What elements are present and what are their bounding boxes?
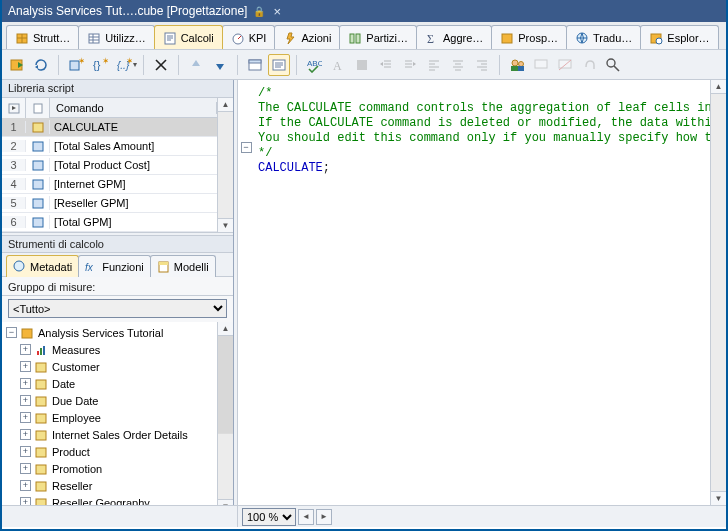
tab-azioni[interactable]: Azioni (274, 25, 340, 49)
expand-icon[interactable]: + (20, 480, 31, 491)
fill-color-button[interactable] (351, 54, 373, 76)
scroll-track[interactable] (711, 94, 726, 491)
check-syntax-button[interactable]: ABC (303, 54, 325, 76)
reconnect-button[interactable] (30, 54, 52, 76)
script-row[interactable]: 6 [Total GPM] (2, 213, 217, 232)
new-calc-member-button[interactable]: ✶ (65, 54, 87, 76)
comment-button[interactable] (530, 54, 552, 76)
code-comment-line: /* (258, 86, 272, 100)
tab-kpi[interactable]: KPI (222, 25, 276, 49)
tree-root[interactable]: − Analysis Services Tutorial (2, 324, 217, 341)
tree-node-dimension[interactable]: +Promotion (2, 460, 217, 477)
collapse-icon[interactable]: − (6, 327, 17, 338)
script-editor[interactable]: − /* The CALCULATE command controls the … (238, 80, 726, 505)
scroll-down-icon[interactable]: ▼ (218, 218, 233, 232)
scrollbar[interactable]: ▲ ▼ (217, 98, 233, 232)
expand-icon[interactable]: + (20, 463, 31, 474)
tab-traduzioni[interactable]: Tradu… (566, 25, 641, 49)
zoom-select[interactable]: 100 % (242, 508, 296, 526)
dimension-icon (33, 410, 48, 425)
expand-icon[interactable]: + (20, 412, 31, 423)
script-row[interactable]: 5 [Reseller GPM] (2, 194, 217, 213)
scroll-up-icon[interactable]: ▲ (218, 322, 233, 336)
main-split: Libreria script Comando 1 CALCULATE (2, 80, 726, 505)
new-script-command-button[interactable]: {..}✶ ▾ (113, 54, 137, 76)
tab-partizioni[interactable]: Partizi… (339, 25, 417, 49)
tab-aggregazioni[interactable]: Σ Aggre… (416, 25, 492, 49)
scroll-down-icon[interactable]: ▼ (218, 499, 233, 505)
scroll-up-icon[interactable]: ▲ (218, 98, 233, 112)
attach-button[interactable] (578, 54, 600, 76)
indent-button[interactable] (399, 54, 421, 76)
tab-struttura[interactable]: Strutt… (6, 25, 79, 49)
new-named-set-button[interactable]: {}✶ (89, 54, 111, 76)
uncomment-button[interactable] (554, 54, 576, 76)
svg-text:✶: ✶ (78, 57, 84, 66)
expand-icon[interactable]: + (20, 361, 31, 372)
scrollbar[interactable]: ▲ ▼ (217, 322, 233, 505)
tree-node-dimension[interactable]: +Product (2, 443, 217, 460)
tab-calcoli[interactable]: Calcoli (154, 25, 223, 49)
tree-node-dimension[interactable]: +Date (2, 375, 217, 392)
script-icon (163, 31, 177, 45)
move-down-button[interactable] (209, 54, 231, 76)
svg-rect-3 (89, 34, 99, 43)
user-button[interactable] (506, 54, 528, 76)
script-row[interactable]: 4 [Internet GPM] (2, 175, 217, 194)
script-view-button[interactable] (268, 54, 290, 76)
tree-node-dimension[interactable]: +Customer (2, 358, 217, 375)
row-number: 4 (2, 178, 26, 190)
scroll-track[interactable] (218, 336, 233, 499)
metadata-tree[interactable]: − Analysis Services Tutorial + Measures … (2, 322, 217, 505)
outdent-button[interactable] (375, 54, 397, 76)
scrollbar[interactable]: ▲ ▼ (710, 80, 726, 505)
scroll-track[interactable] (218, 112, 233, 218)
script-row[interactable]: 1 CALCULATE (2, 118, 217, 137)
expand-icon[interactable]: + (20, 378, 31, 389)
tree-label: Internet Sales Order Details (50, 429, 188, 441)
measure-group-select[interactable]: <Tutto> (8, 299, 227, 318)
move-up-button[interactable] (185, 54, 207, 76)
row-selector-header[interactable] (2, 98, 26, 118)
icon-column-header[interactable] (26, 98, 50, 118)
align-center-button[interactable] (447, 54, 469, 76)
tab-prospettive[interactable]: Prosp… (491, 25, 567, 49)
command-column-header[interactable]: Comando (50, 102, 217, 114)
align-left-button[interactable] (423, 54, 445, 76)
tree-node-dimension[interactable]: +Internet Sales Order Details (2, 426, 217, 443)
code-area[interactable]: /* The CALCULATE command controls the ag… (254, 80, 710, 505)
form-view-button[interactable] (244, 54, 266, 76)
expand-icon[interactable]: + (20, 344, 31, 355)
tree-node-measures[interactable]: + Measures (2, 341, 217, 358)
fold-toggle-icon[interactable]: − (241, 142, 252, 153)
align-right-button[interactable] (471, 54, 493, 76)
delete-button[interactable] (150, 54, 172, 76)
tree-label: Product (50, 446, 90, 458)
svg-rect-91 (36, 380, 46, 389)
expand-icon[interactable]: + (20, 497, 31, 505)
scroll-down-icon[interactable]: ▼ (711, 491, 726, 505)
zoom-in-button[interactable]: ► (316, 509, 332, 525)
subtab-metadata[interactable]: Metadati (6, 255, 79, 277)
script-row[interactable]: 3 [Total Product Cost] (2, 156, 217, 175)
toolbar: ✶ {}✶ {..}✶ ▾ ABC A (2, 50, 726, 80)
font-button[interactable]: A (327, 54, 349, 76)
tab-utilizzo[interactable]: Utilizz… (78, 25, 154, 49)
subtab-templates[interactable]: Modelli (150, 255, 216, 277)
tree-label: Measures (50, 344, 100, 356)
process-button[interactable] (6, 54, 28, 76)
tree-node-dimension[interactable]: +Reseller (2, 477, 217, 494)
scroll-up-icon[interactable]: ▲ (711, 80, 726, 94)
tab-close-icon[interactable]: × (273, 4, 281, 19)
expand-icon[interactable]: + (20, 446, 31, 457)
script-row[interactable]: 2 [Total Sales Amount] (2, 137, 217, 156)
zoom-out-button[interactable]: ◄ (298, 509, 314, 525)
tree-node-dimension[interactable]: +Employee (2, 409, 217, 426)
tree-node-dimension[interactable]: +Reseller Geography (2, 494, 217, 505)
tab-esplora[interactable]: Esplor… (640, 25, 718, 49)
expand-icon[interactable]: + (20, 429, 31, 440)
subtab-functions[interactable]: fx Funzioni (78, 255, 151, 277)
find-button[interactable] (602, 54, 624, 76)
tree-node-dimension[interactable]: +Due Date (2, 392, 217, 409)
expand-icon[interactable]: + (20, 395, 31, 406)
